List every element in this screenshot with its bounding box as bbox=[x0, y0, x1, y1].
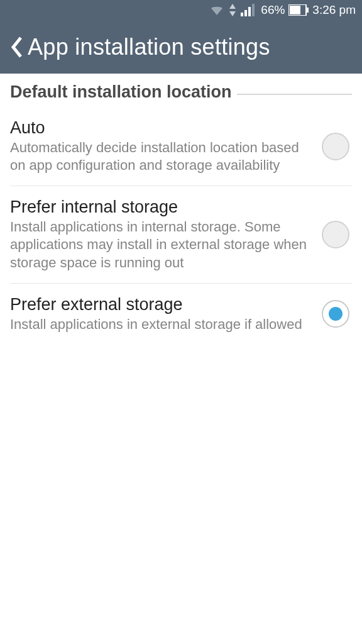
option-auto[interactable]: Auto Automatically decide installation l… bbox=[10, 107, 352, 186]
svg-rect-3 bbox=[252, 4, 255, 16]
back-button[interactable] bbox=[9, 31, 25, 63]
header: App installation settings bbox=[0, 20, 362, 74]
wifi-icon bbox=[209, 4, 224, 16]
svg-rect-5 bbox=[290, 6, 300, 14]
section-divider bbox=[237, 94, 352, 95]
svg-rect-6 bbox=[307, 8, 309, 13]
option-internal-storage[interactable]: Prefer internal storage Install applicat… bbox=[10, 186, 352, 283]
status-time: 3:26 pm bbox=[312, 3, 356, 17]
svg-rect-1 bbox=[244, 10, 247, 16]
option-title: Auto bbox=[10, 118, 310, 138]
section-title: Default installation location bbox=[10, 82, 232, 102]
sync-arrows-icon bbox=[228, 4, 237, 16]
battery-icon bbox=[288, 4, 309, 16]
options-list: Auto Automatically decide installation l… bbox=[0, 107, 362, 345]
battery-percentage: 66% bbox=[261, 3, 285, 17]
radio-button-selected[interactable] bbox=[322, 300, 349, 328]
option-text: Auto Automatically decide installation l… bbox=[10, 118, 310, 174]
svg-rect-2 bbox=[248, 7, 251, 16]
option-title: Prefer external storage bbox=[10, 295, 310, 314]
radio-button[interactable] bbox=[322, 221, 349, 248]
option-external-storage[interactable]: Prefer external storage Install applicat… bbox=[10, 284, 352, 345]
radio-button[interactable] bbox=[322, 133, 349, 160]
page-title: App installation settings bbox=[28, 34, 270, 60]
signal-icon bbox=[241, 4, 257, 16]
svg-rect-0 bbox=[241, 13, 243, 16]
section-header: Default installation location bbox=[0, 74, 362, 107]
option-title: Prefer internal storage bbox=[10, 197, 310, 217]
option-desc: Automatically decide installation locati… bbox=[10, 139, 310, 174]
chevron-left-icon bbox=[11, 36, 23, 58]
option-text: Prefer external storage Install applicat… bbox=[10, 295, 310, 333]
option-text: Prefer internal storage Install applicat… bbox=[10, 197, 310, 271]
status-bar: 66% 3:26 pm bbox=[0, 0, 362, 20]
option-desc: Install applications in internal storage… bbox=[10, 218, 310, 271]
option-desc: Install applications in external storage… bbox=[10, 316, 310, 333]
radio-dot-icon bbox=[329, 307, 343, 321]
